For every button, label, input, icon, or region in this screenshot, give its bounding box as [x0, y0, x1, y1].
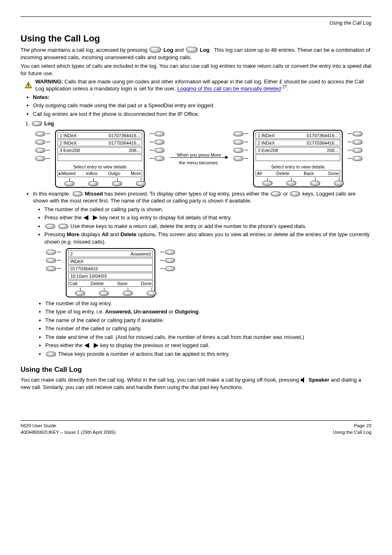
- oval-button-icon: [150, 47, 161, 53]
- oval-button-icon: [73, 191, 83, 196]
- note-item: Only outgoing calls made using the dial …: [33, 102, 371, 109]
- detail-item: The name of the called or calling party …: [45, 317, 371, 324]
- intro-para-2: You can select which types of calls are …: [21, 62, 371, 77]
- oval-button-icon: [271, 191, 281, 196]
- call-intro: You can make calls directly from the cal…: [21, 376, 371, 391]
- side-oval-icon: [35, 148, 45, 153]
- detail-item: The type of log entry, i.e. Answered, Un…: [45, 308, 371, 315]
- side-oval-icon: [353, 156, 362, 161]
- softkey-oval-icon: [123, 291, 133, 296]
- log-label-1: Log: [164, 47, 173, 53]
- oval-button-icon: [46, 352, 56, 357]
- side-oval-icon: [233, 140, 243, 145]
- footer-row-1: 5620 User Guide Page 23: [21, 423, 371, 428]
- note-item: Call log entries are lost if the phone i…: [33, 111, 371, 118]
- warning-triangle-icon: [25, 82, 32, 88]
- side-buttons-right-2: [348, 130, 363, 161]
- footer-left-2: 40DHB0002UKEY – Issue 1 (29th April 2005…: [21, 430, 115, 435]
- softkey-oval-icon: [286, 181, 296, 186]
- log-label-2: Log: [200, 47, 210, 53]
- svg-marker-3: [301, 377, 304, 383]
- side-oval-icon: [233, 131, 243, 136]
- left-arrow-icon: [83, 215, 88, 220]
- side-oval-icon: [154, 131, 164, 136]
- notes-list: Notes: Only outgoing calls made using th…: [21, 94, 371, 118]
- lcd-row-2: 2Answered INDeX 01770364416 10:10am 10/0…: [45, 248, 371, 297]
- side-oval-icon: [353, 148, 362, 153]
- detail-item: The number of the called or calling part…: [45, 325, 371, 332]
- footer-left: 5620 User Guide: [21, 423, 56, 428]
- lcd2-hint: Select entry to view details: [256, 162, 340, 170]
- softkey-oval-icon: [75, 291, 85, 296]
- section-title: Using the Call Log: [21, 33, 371, 44]
- top-rule: [21, 16, 371, 17]
- speaker-label: Speaker: [309, 377, 330, 383]
- log-step-label: Log: [44, 120, 54, 127]
- warning-link[interactable]: Logging of this call can be manually del…: [177, 86, 281, 92]
- softkey-oval-icon: [263, 181, 272, 186]
- use-item: Pressing More displays All and Delete op…: [44, 231, 371, 245]
- svg-rect-2: [28, 87, 29, 88]
- oval-button-icon: [32, 121, 42, 126]
- side-oval-icon: [353, 131, 362, 136]
- bottom-rule: [21, 420, 371, 421]
- warning-link-ref: 27: [282, 85, 287, 89]
- footer-row-2: 40DHB0002UKEY – Issue 1 (29th April 2005…: [21, 430, 371, 435]
- side-oval-icon: [46, 258, 56, 263]
- softkey-oval-icon: [310, 181, 320, 186]
- side-oval-icon: [165, 250, 175, 255]
- use-item: The number of the called or calling part…: [44, 206, 371, 213]
- side-oval-icon: [35, 131, 45, 136]
- side-oval-icon: [165, 266, 175, 271]
- left-arrow-icon: [84, 343, 89, 348]
- detail-item: The number of the log entry.: [45, 300, 371, 307]
- side-oval-icon: [35, 156, 45, 161]
- warning-label: WARNING:: [35, 78, 63, 85]
- side-oval-icon: [353, 140, 362, 145]
- softkey-oval-icon: [147, 291, 157, 296]
- softkey-oval-icon: [334, 181, 344, 186]
- side-oval-icon: [46, 250, 56, 255]
- right-arrow-icon: [94, 343, 99, 348]
- oval-button-icon: [45, 224, 55, 229]
- missed-label: Missed: [85, 191, 103, 197]
- side-oval-icon: [233, 148, 243, 153]
- use-list-1: In this example, Missed has been pressed…: [21, 190, 371, 246]
- oval-button-icon: [186, 47, 198, 53]
- softkey-oval-icon: [88, 181, 98, 186]
- side-buttons-right: [150, 130, 165, 161]
- header-right: Using the Call Log: [330, 20, 371, 26]
- speaker-icon: [300, 377, 309, 383]
- oval-button-icon: [58, 224, 68, 229]
- softkey-oval-icon: [112, 181, 122, 186]
- between-lcd-note: When you press More the menu becomes:: [170, 152, 228, 165]
- softkey-oval-icon: [136, 181, 146, 186]
- lcd-panel-detail: 2Answered INDeX 01770364416 10:10am 10/0…: [66, 248, 155, 297]
- side-oval-icon: [154, 156, 164, 161]
- svg-rect-1: [28, 84, 29, 86]
- footer-right-2: Using the Call Log: [333, 430, 371, 435]
- detail-item: Press either the key to display the prev…: [45, 342, 371, 349]
- use-item: Press either the key next to a log entry…: [44, 214, 371, 221]
- subsection-title: Using the Call Log: [21, 366, 371, 374]
- lcd-row-1: 1 INDeX01707364416... 2 INDeX01770364416…: [35, 130, 371, 188]
- side-buttons-left: [35, 130, 50, 161]
- oval-button-icon: [290, 191, 300, 196]
- side-oval-icon: [154, 140, 164, 145]
- side-oval-icon: [35, 140, 45, 145]
- notes-label: Notes:: [33, 94, 49, 100]
- lcd-panel-1: 1 INDeX01707364416... 2 INDeX01770364416…: [55, 130, 145, 188]
- detail-item: The date and time of the call. (And for …: [45, 334, 371, 341]
- side-oval-icon: [154, 148, 164, 153]
- right-arrow-icon: [93, 215, 98, 220]
- lcd1-hint: Select entry to view details: [58, 162, 142, 170]
- softkey-oval-icon: [99, 291, 109, 296]
- side-buttons-left-2: [233, 130, 248, 161]
- softkey-oval-icon: [65, 181, 74, 186]
- side-oval-icon: [233, 156, 243, 161]
- use-item: Use these keys to make a return call, de…: [44, 223, 371, 230]
- detail-item: These keys provide a number of actions t…: [45, 350, 371, 358]
- numbered-list-1: Log: [21, 120, 371, 127]
- side-oval-icon: [46, 266, 56, 271]
- side-oval-icon: [165, 258, 175, 263]
